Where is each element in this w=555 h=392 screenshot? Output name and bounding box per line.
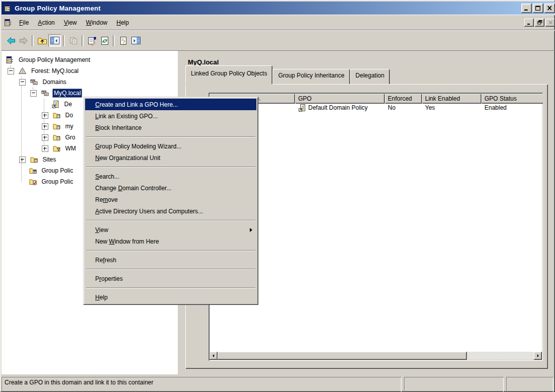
mdi-close-icon <box>548 20 553 25</box>
menu-item-search[interactable]: Search... <box>85 171 256 182</box>
menu-help[interactable]: Help <box>112 17 133 29</box>
scrollbar-thumb[interactable] <box>218 352 467 360</box>
folder-sites-icon <box>30 155 38 164</box>
export-list-icon <box>68 36 79 46</box>
tree-item-domains-2[interactable]: Domains <box>2 76 178 88</box>
toolbar-separator <box>63 35 65 46</box>
help-button[interactable]: ? <box>117 34 129 47</box>
status-panel-3 <box>506 377 553 392</box>
menu-item-create-and-link-a-gpo-here[interactable]: Create and Link a GPO Here... <box>85 99 256 110</box>
tree-item-label: Group Polic <box>40 177 75 186</box>
tree-item-label: Forest: MyQ.local <box>30 66 80 75</box>
folder-wmi-icon <box>52 144 61 152</box>
expand-toggle-icon[interactable] <box>19 156 26 163</box>
scrollbar-track[interactable] <box>467 352 534 360</box>
column-header-label: Enforced <box>388 95 412 102</box>
collapse-toggle-icon[interactable] <box>19 79 26 86</box>
scroll-right-icon <box>536 354 540 358</box>
console-icon <box>6 56 14 64</box>
minimize-icon <box>524 6 529 11</box>
toolbar-buttons: ? <box>5 34 142 47</box>
tree-item-label: Do <box>64 111 75 120</box>
refresh-button[interactable] <box>98 34 111 47</box>
expand-toggle-icon[interactable] <box>42 145 48 152</box>
title-bar: Group Policy Management <box>2 2 555 15</box>
menu-separator <box>85 217 256 224</box>
menu-item-properties[interactable]: Properties <box>85 273 256 284</box>
menu-window[interactable]: Window <box>82 17 112 29</box>
tree-expander-spacer <box>19 168 25 174</box>
mdi-close-button <box>545 19 555 27</box>
tab-delegation[interactable]: Delegation <box>350 69 390 84</box>
back-button[interactable] <box>5 34 17 47</box>
arrow-left-icon <box>6 36 16 46</box>
gpmc-window: Group Policy Management FileActionViewWi… <box>0 0 555 392</box>
properties-button[interactable] <box>86 34 98 47</box>
column-header-label: GPO <box>298 95 312 102</box>
show-hide-action-pane-button[interactable] <box>129 34 142 47</box>
action-pane-icon <box>131 36 141 46</box>
mdi-minimize-button[interactable] <box>524 19 534 27</box>
folder-up-icon <box>37 36 47 46</box>
collapse-toggle-icon[interactable] <box>8 68 14 74</box>
expand-toggle-icon[interactable] <box>42 123 48 130</box>
mdi-restore-icon <box>537 20 542 25</box>
close-button[interactable] <box>544 4 555 13</box>
console-tree-icon <box>50 36 60 46</box>
menu-separator <box>85 164 256 171</box>
menu-view[interactable]: View <box>59 17 82 29</box>
tree-item-label: WM <box>64 144 78 153</box>
maximize-button[interactable] <box>533 4 543 13</box>
column-header-link-enabled[interactable]: Link Enabled <box>422 94 481 104</box>
mdi-restore-button[interactable] <box>535 19 544 27</box>
menu-separator <box>85 133 256 140</box>
export-list-button <box>67 34 80 47</box>
table-cell-gpo-status: Enabled <box>481 104 543 111</box>
tree-item-group-policy-management-0[interactable]: Group Policy Management <box>2 54 178 65</box>
column-header-enforced[interactable]: Enforced <box>385 94 422 104</box>
svg-text:?: ? <box>122 38 125 45</box>
menu-item-refresh[interactable]: Refresh <box>85 254 256 266</box>
menu-item-remove[interactable]: Remove <box>85 194 256 205</box>
minimize-button[interactable] <box>521 4 532 13</box>
tab-group-policy-inheritance[interactable]: Group Policy Inheritance <box>272 69 350 84</box>
close-icon <box>547 6 552 11</box>
menu-separator <box>85 247 256 254</box>
column-header-gpo-status[interactable]: GPO Status <box>481 94 543 104</box>
forward-button <box>17 34 30 47</box>
help-icon: ? <box>118 36 128 46</box>
tree-expander-spacer <box>19 179 25 185</box>
menu-item-block-inheritance[interactable]: Block Inheritance <box>85 122 256 133</box>
window-title: Group Policy Management <box>15 5 520 12</box>
column-header-gpo[interactable]: GPO <box>295 94 385 104</box>
menu-item-active-directory-users-and-computers[interactable]: Active Directory Users and Computers... <box>85 205 256 217</box>
mdi-minimize-icon <box>527 20 532 25</box>
table-row[interactable]: Default Domain PolicyNoYesEnabledNone <box>210 103 543 113</box>
toolbar: ? <box>2 30 555 51</box>
folder-ou-icon <box>52 111 61 119</box>
menu-item-new-organizational-unit[interactable]: New Organizational Unit <box>85 152 256 164</box>
menu-item-view[interactable]: View <box>85 224 256 236</box>
menu-item-new-window-from-here[interactable]: New Window from Here <box>85 236 256 247</box>
expand-toggle-icon[interactable] <box>42 134 48 141</box>
tree-item-forest-myq-local-1[interactable]: Forest: MyQ.local <box>2 65 178 76</box>
menu-action[interactable]: Action <box>33 17 59 29</box>
up-one-level-button[interactable] <box>36 34 48 47</box>
horizontal-scrollbar[interactable] <box>210 352 542 360</box>
collapse-toggle-icon[interactable] <box>30 90 37 97</box>
scroll-right-button[interactable] <box>534 352 542 360</box>
tab-linked-group-policy-objects[interactable]: Linked Group Policy Objects <box>185 65 272 84</box>
scroll-left-button[interactable] <box>210 352 218 360</box>
status-text: Create a GPO in this domain and link it … <box>2 377 401 392</box>
tree-item-label: Sites <box>41 155 58 164</box>
menu-item-help[interactable]: Help <box>85 291 256 303</box>
tree-item-label: Group Polic <box>40 166 75 175</box>
menu-item-change-domain-controller[interactable]: Change Domain Controller... <box>85 182 256 194</box>
expand-toggle-icon[interactable] <box>42 112 48 119</box>
menu-file[interactable]: File <box>15 17 33 29</box>
refresh-icon <box>100 36 110 46</box>
menu-item-link-an-existing-gpo[interactable]: Link an Existing GPO... <box>85 110 256 122</box>
show-hide-console-tree-button[interactable] <box>48 34 61 47</box>
status-bar: Create a GPO in this domain and link it … <box>2 374 553 392</box>
menu-item-group-policy-modeling-wizard[interactable]: Group Policy Modeling Wizard... <box>85 140 256 152</box>
